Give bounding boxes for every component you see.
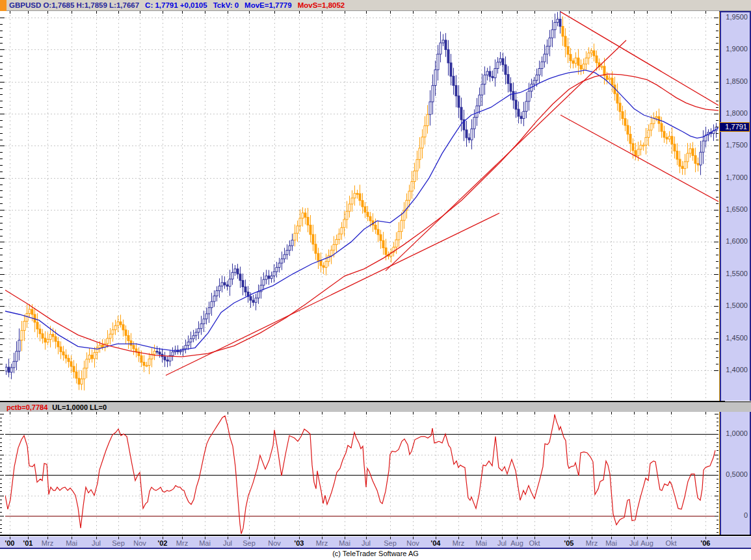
price-axis-label: 1,8000 — [721, 109, 748, 117]
time-axis-label: Aug — [636, 539, 658, 547]
last-price-badge: 1,7791 — [719, 122, 750, 132]
ohlc-readout: GBPUSD O:1,7685 H:1,7859 L:1,7667 — [9, 1, 139, 9]
time-axis-label: Nov — [263, 539, 285, 547]
time-axis-label: '04 — [425, 539, 447, 547]
time-axis-label: '03 — [288, 539, 310, 547]
price-axis-label: 1,5000 — [721, 301, 748, 309]
price-axis-label: 1,9000 — [721, 45, 748, 53]
mov-s-readout: MovS=1,8052 — [298, 1, 345, 9]
time-axis-label: '01 — [17, 539, 39, 547]
time-axis-label: Mrz — [447, 539, 469, 547]
time-axis-label: Sep — [107, 539, 129, 547]
time-axis-label: Mai — [194, 539, 216, 547]
panel-splitter[interactable]: pctb=0,7784UL=1,0000 LL=0 — [0, 401, 751, 412]
price-axis-label: 1,4000 — [721, 366, 748, 374]
time-axis-label: Mrz — [581, 539, 603, 547]
time-axis-label: Mrz — [171, 539, 193, 547]
chart-info-bar: GBPUSD O:1,7685 H:1,7859 L:1,7667C: 1,77… — [0, 0, 751, 11]
price-chart-area[interactable] — [5, 11, 718, 401]
time-axis-label: '05 — [558, 539, 580, 547]
time-axis-label: Okt — [660, 539, 682, 547]
price-axis-label: 1,4500 — [721, 334, 748, 342]
time-axis-label: Mai — [334, 539, 356, 547]
price-axis-label: 1,7500 — [721, 141, 748, 149]
indicator-axis-label: 0 — [721, 511, 748, 519]
time-axis-label: Sep — [238, 539, 260, 547]
time-axis-label: '02 — [152, 539, 174, 547]
time-axis-label: Nov — [402, 539, 424, 547]
time-axis-label: Mai — [600, 539, 622, 547]
pctb-readout: pctb=0,7784 — [7, 403, 47, 411]
levels-readout: UL=1,0000 LL=0 — [52, 403, 107, 411]
time-axis-label: Jul — [217, 539, 239, 547]
price-axis-label: 1,6000 — [721, 237, 748, 245]
price-axis-label: 1,5500 — [721, 270, 748, 277]
time-axis-label: Sep — [379, 539, 401, 547]
time-axis-label: Mrz — [311, 539, 333, 547]
time-axis-label: Jul — [85, 539, 107, 547]
time-axis-label: '06 — [694, 539, 717, 547]
time-axis-label: Mrz — [36, 539, 59, 547]
tickvolume-readout: TckV: 0 — [213, 1, 239, 9]
teletrader-chart-window: GBPUSD O:1,7685 H:1,7859 L:1,7667C: 1,77… — [0, 0, 751, 560]
copyright-label: (c) TeleTrader Software AG — [0, 550, 751, 560]
indicator-axis-label: 1,0000 — [721, 429, 748, 437]
price-axis-label: 1,8500 — [721, 77, 748, 85]
indicator-chart-area[interactable] — [5, 412, 718, 535]
price-axis-label: 1,6500 — [721, 205, 748, 213]
indicator-axis-label: 0,5000 — [721, 470, 748, 478]
mov-e-readout: MovE=1,7779 — [244, 1, 292, 9]
time-axis-label: Jul — [355, 539, 377, 547]
time-axis-label: Mai — [470, 539, 492, 547]
chart-icon — [0, 0, 7, 11]
price-axis-label: 1,9500 — [721, 13, 748, 21]
price-axis-label: 1,7000 — [721, 173, 748, 181]
time-axis-label: Nov — [129, 539, 151, 547]
close-readout: C: 1,7791 +0,0105 — [145, 1, 207, 9]
time-axis-label: Mai — [60, 539, 83, 547]
time-axis-label: Okt — [523, 539, 546, 547]
